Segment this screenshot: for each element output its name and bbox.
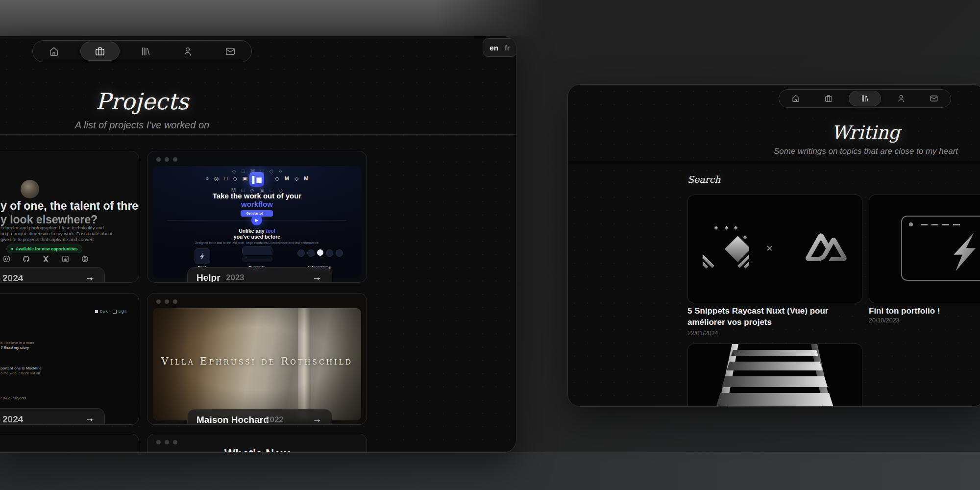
- nav-writing[interactable]: [129, 42, 162, 60]
- intro-body-1: t director and photographer, I fuse tech…: [0, 225, 104, 230]
- top-light-band: [0, 0, 544, 36]
- library-icon: [860, 94, 869, 103]
- article-title[interactable]: Fini ton portfolio !: [869, 305, 980, 317]
- language-switcher[interactable]: en fr: [483, 38, 516, 57]
- project-card-darksite[interactable]: Dark | Light it. I believe in a more ? R…: [0, 293, 139, 425]
- helpr-tagline-2: you've used before: [153, 234, 361, 240]
- github-icon[interactable]: [23, 255, 30, 263]
- nav-projects[interactable]: [816, 91, 841, 106]
- intro-headline-2: y look elsewhere?: [0, 213, 98, 226]
- play-icon: ▶: [255, 218, 258, 222]
- helpr-headline: Take the work out of your: [153, 192, 361, 200]
- nav-about[interactable]: [172, 42, 204, 60]
- darksite-line-2: ? Read my story: [0, 345, 29, 350]
- nav-contact[interactable]: [214, 42, 246, 60]
- raycast-logo-icon: [703, 224, 749, 271]
- nav-contact[interactable]: [921, 91, 947, 106]
- header-divider: [568, 163, 980, 163]
- status-dot-icon: [11, 248, 13, 250]
- darksite-card-bar[interactable]: 2024 →: [0, 408, 105, 425]
- ladder-graphic: [688, 344, 862, 407]
- whats-new-title: What's New: [147, 447, 367, 453]
- tagline-accent: tool: [266, 228, 275, 234]
- intro-body-3: give life to projects that captivate and…: [0, 237, 94, 242]
- avatar: [21, 180, 39, 198]
- lang-en[interactable]: en: [490, 44, 498, 52]
- project-year: 2024: [2, 273, 23, 283]
- browser-dot: [909, 222, 913, 226]
- theme-light-label: Light: [119, 309, 126, 314]
- helpr-card-bar[interactable]: Helpr 2023 →: [187, 267, 332, 283]
- project-card-maison[interactable]: Villa Ephrussi de Rothschild Maison Hoch…: [147, 293, 367, 425]
- feature-dynamic-row2: [242, 256, 272, 262]
- play-button[interactable]: ▶: [251, 215, 262, 225]
- lang-fr[interactable]: fr: [505, 44, 510, 52]
- helpr-tagline-1: Unlike any tool: [153, 228, 361, 234]
- photo-overlay-title: Villa Ephrussi de Rothschild: [153, 355, 361, 367]
- article-card-ladder[interactable]: [687, 343, 862, 407]
- project-card-helpr[interactable]: ◇□⌘□◇○ ○◎□◇▣◇M◇M ▌▆ M□◇▣□◇ Take the work…: [147, 151, 367, 283]
- person-icon: [182, 46, 193, 57]
- darksite-line-5: r (Vue) Projects: [0, 396, 26, 400]
- globe-icon[interactable]: [81, 255, 89, 263]
- article-card-portfolio[interactable]: [869, 195, 980, 303]
- article-title[interactable]: 5 Snippets Raycast Nuxt (Vue) pour améli…: [687, 305, 860, 328]
- project-card-whats-new[interactable]: What's New: [147, 434, 367, 453]
- writing-window: Writing Some writings on topics that are…: [567, 84, 980, 407]
- arrow-right-icon[interactable]: →: [85, 413, 95, 424]
- availability-label: Available for new opportunities: [16, 246, 77, 251]
- tagline-text: Unlike any: [239, 228, 265, 234]
- project-year: 2022: [265, 415, 284, 425]
- dark-swatch-icon: [95, 310, 98, 313]
- desktop-background: en fr Projects A list of projects I've w…: [0, 0, 980, 490]
- light-swatch-icon: [113, 310, 117, 314]
- theme-toggle[interactable]: Dark | Light: [95, 309, 126, 314]
- nav-about[interactable]: [888, 91, 914, 106]
- browser-dash: [953, 224, 960, 225]
- nav-home[interactable]: [38, 42, 70, 60]
- linkedin-icon[interactable]: [62, 255, 69, 263]
- project-name: Helpr: [196, 272, 220, 283]
- darksite-line-1: it. I believe in a more: [0, 341, 34, 345]
- lightning-bolt-icon: [942, 230, 980, 273]
- article-card-raycast-nuxt[interactable]: ×: [687, 195, 862, 303]
- x-separator: ×: [766, 242, 773, 255]
- search-label[interactable]: Search: [687, 174, 721, 185]
- lightning-icon: [199, 253, 205, 259]
- page-title: Projects: [20, 88, 265, 115]
- integration-icons: [297, 249, 343, 257]
- arrow-right-icon[interactable]: →: [312, 271, 322, 283]
- arrow-right-icon[interactable]: →: [312, 414, 322, 425]
- window-dots: [156, 157, 177, 162]
- mail-icon: [225, 46, 236, 57]
- browser-dash: [921, 224, 928, 225]
- article-date: 22/01/2024: [687, 330, 718, 337]
- page-title: Writing: [719, 122, 980, 143]
- person-icon: [897, 94, 906, 103]
- theme-dark-label: Dark: [100, 309, 108, 314]
- briefcase-icon: [824, 94, 833, 103]
- browser-frame-icon: [901, 216, 980, 281]
- helpr-screenshot: ◇□⌘□◇○ ○◎□◇▣◇M◇M ▌▆ M□◇▣□◇ Take the work…: [153, 166, 361, 278]
- instagram-icon[interactable]: [3, 255, 10, 263]
- darksite-line-3: portant one is Mockline: [0, 366, 42, 370]
- nav-projects[interactable]: [80, 42, 120, 61]
- project-card-partial[interactable]: [0, 434, 139, 453]
- nav-writing[interactable]: [849, 91, 881, 106]
- x-icon[interactable]: [42, 255, 49, 263]
- helpr-headline-accent: workflow: [153, 200, 361, 208]
- maison-card-bar[interactable]: Maison Hochard 2022 →: [187, 409, 332, 425]
- intro-card-bar[interactable]: 2024 →: [0, 267, 105, 283]
- darksite-line-4: o the web. Check out all: [0, 371, 40, 375]
- briefcase-icon: [95, 46, 105, 57]
- social-links: [3, 255, 89, 263]
- helpr-glyph: ▌▆: [252, 176, 261, 183]
- nav-home[interactable]: [783, 91, 808, 106]
- feature-fast-tile: [195, 248, 210, 264]
- home-icon: [49, 46, 59, 57]
- arrow-right-icon[interactable]: →: [85, 271, 95, 283]
- project-card-intro[interactable]: y of one, the talent of three y look els…: [0, 151, 139, 283]
- main-navbar: [779, 89, 951, 108]
- home-icon: [791, 94, 800, 103]
- project-name: Maison Hochard: [196, 415, 269, 425]
